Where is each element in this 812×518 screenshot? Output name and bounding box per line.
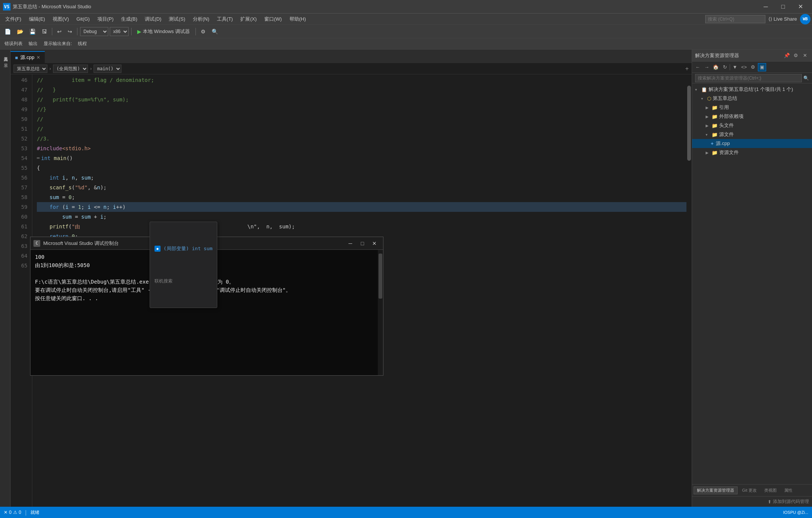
- tab-source-cpp[interactable]: ■ 源.cpp ✕: [11, 51, 45, 63]
- new-file-button[interactable]: 📄: [2, 27, 13, 36]
- menu-help[interactable]: 帮助(H): [286, 14, 310, 24]
- add-snippet-button[interactable]: +: [685, 65, 689, 72]
- menu-project[interactable]: 项目(P): [94, 14, 117, 24]
- res-icon: 📁: [712, 150, 718, 156]
- title-bar: VS 第五章总结 - Microsoft Visual Studio ─ □ ✕: [0, 0, 812, 14]
- ext-label: 外部依赖项: [719, 113, 744, 120]
- tree-source-files[interactable]: ▾ 📁 源文件: [692, 130, 812, 139]
- window-controls: ─ □ ✕: [757, 0, 809, 14]
- menu-analyze[interactable]: 分析(N): [189, 14, 213, 24]
- project-label: 第五章总结: [713, 95, 737, 102]
- code-line-57: scanf_s("%d", &n);: [37, 183, 686, 192]
- tree-resource-files[interactable]: ▶ 📁 资源文件: [692, 148, 812, 157]
- tree-header-files[interactable]: ▶ 📁 头文件: [692, 121, 812, 130]
- output-sidebar-tab[interactable]: 工具箱: [0, 51, 10, 57]
- se-code-button[interactable]: <>: [740, 63, 748, 71]
- console-maximize-button[interactable]: □: [357, 239, 368, 248]
- menu-window[interactable]: 窗口(W): [261, 14, 286, 24]
- se-search-input[interactable]: [695, 74, 802, 82]
- se-back-button[interactable]: ←: [694, 63, 702, 71]
- tree-solution-root[interactable]: ▾ 📋 解决方案'第五章总结'(1 个项目/共 1 个): [692, 85, 812, 94]
- search-input[interactable]: [705, 15, 765, 23]
- run-button[interactable]: ▶ 本地 Windows 调试器: [134, 27, 193, 36]
- close-button[interactable]: ✕: [792, 0, 809, 14]
- git-icon: ⬆: [768, 499, 771, 504]
- breadcrumb-function-select[interactable]: main(): [94, 65, 121, 73]
- redo-button[interactable]: ↪: [65, 27, 74, 36]
- tree-project[interactable]: ▾ ⬡ 第五章总结: [692, 94, 812, 103]
- breadcrumb-class-select[interactable]: 第五章总结: [14, 65, 47, 73]
- git-changes-tab[interactable]: Git 更改: [739, 487, 760, 494]
- se-settings-button[interactable]: ⚙: [792, 51, 800, 60]
- properties-tab[interactable]: 属性: [781, 487, 795, 494]
- display-output[interactable]: 显示输出来自:: [41, 40, 74, 48]
- save-all-button[interactable]: 🖫: [39, 27, 49, 36]
- se-gear-button[interactable]: ⚙: [749, 63, 757, 71]
- minimize-button[interactable]: ─: [757, 0, 774, 14]
- toolbar-extra-1[interactable]: ⚙: [198, 27, 208, 36]
- res-expand-arrow: ▶: [706, 151, 710, 155]
- menu-tools[interactable]: 工具(T): [213, 14, 237, 24]
- tree-references[interactable]: ▶ 📁 引用: [692, 103, 812, 112]
- code-line-50: //: [37, 114, 686, 124]
- autocomplete-popup[interactable]: ● (局部变量) int sum 联机搜索: [150, 222, 217, 308]
- undo-button[interactable]: ↩: [55, 27, 64, 36]
- toolbar-extra-2[interactable]: 🔍: [209, 27, 220, 36]
- status-errors[interactable]: ✕ 0 ⚠ 0: [4, 510, 21, 515]
- platform-select[interactable]: x86 x64: [110, 27, 129, 36]
- autocomplete-item-sum[interactable]: ● (局部变量) int sum: [150, 242, 217, 255]
- menu-file[interactable]: 文件(F): [2, 14, 25, 24]
- live-share-button[interactable]: ⟨⟩ Live Share: [768, 16, 797, 22]
- run-icon: ▶: [137, 29, 141, 35]
- se-separator: [730, 64, 730, 70]
- save-button[interactable]: 💾: [27, 27, 38, 36]
- se-forward-button[interactable]: →: [703, 63, 711, 71]
- menu-build[interactable]: 生成(B): [117, 14, 141, 24]
- menu-edit[interactable]: 编辑(E): [25, 14, 49, 24]
- user-avatar: WB: [800, 14, 810, 24]
- ref-expand-arrow: ▶: [706, 106, 710, 110]
- open-button[interactable]: 📂: [15, 27, 26, 36]
- se-pin-button[interactable]: 📌: [783, 51, 791, 60]
- class-view-tab[interactable]: 类视图: [761, 487, 780, 494]
- se-active-button[interactable]: ▣: [758, 63, 766, 71]
- breadcrumb-scope-select[interactable]: (全局范围): [53, 65, 88, 73]
- menu-extensions[interactable]: 扩展(X): [236, 14, 260, 24]
- display-sidebar-tab[interactable]: 显示: [0, 57, 10, 63]
- warning-icon: ⚠: [13, 510, 17, 515]
- se-close-button[interactable]: ✕: [801, 51, 809, 60]
- console-close-button[interactable]: ✕: [369, 239, 380, 248]
- threads-tab[interactable]: 线程: [76, 40, 89, 48]
- autocomplete-search-link[interactable]: 联机搜索: [150, 275, 217, 287]
- ext-icon: 📁: [712, 114, 718, 119]
- tab-close-button[interactable]: ✕: [36, 55, 40, 60]
- live-share-label: Live Share: [774, 16, 797, 22]
- se-refresh-button[interactable]: ↻: [721, 63, 729, 71]
- warning-count: 0: [19, 510, 21, 515]
- editor-scrollbar[interactable]: [686, 74, 692, 507]
- solution-explorer-header: 解决方案资源管理器 📌 ⚙ ✕: [692, 50, 812, 62]
- errors-tab[interactable]: 错误列表: [2, 40, 25, 48]
- menu-test[interactable]: 测试(S): [165, 14, 189, 24]
- tree-source-cpp[interactable]: ✦ 源.cpp: [692, 139, 812, 148]
- console-minimize-button[interactable]: ─: [345, 239, 356, 248]
- debug-config-select[interactable]: Debug Release: [80, 27, 108, 36]
- console-scrollbar[interactable]: [378, 250, 383, 375]
- console-scrollbar-thumb[interactable]: [379, 254, 382, 299]
- solution-icon: 📋: [701, 87, 707, 92]
- se-home-button[interactable]: 🏠: [712, 63, 720, 71]
- output-tab[interactable]: 输出: [26, 40, 40, 48]
- menu-view[interactable]: 视图(V): [49, 14, 73, 24]
- add-to-source-control-button[interactable]: ⬆ 添加到源代码管理: [768, 498, 809, 505]
- menu-debug[interactable]: 调试(D): [141, 14, 165, 24]
- solution-explorer-tab[interactable]: 解决方案资源管理器: [694, 486, 738, 494]
- menu-git[interactable]: Git(G): [73, 15, 93, 23]
- cpp-file-icon: ✦: [710, 141, 714, 146]
- ext-expand-arrow: ▶: [706, 115, 710, 119]
- code-line-49: //}: [37, 104, 686, 114]
- maximize-button[interactable]: □: [774, 0, 792, 14]
- se-filter-button[interactable]: ▼: [731, 63, 739, 71]
- tree-external-deps[interactable]: ▶ 📁 外部依赖项: [692, 112, 812, 121]
- code-line-58: sum = 0;: [37, 192, 686, 202]
- scrollbar-thumb[interactable]: [687, 86, 691, 161]
